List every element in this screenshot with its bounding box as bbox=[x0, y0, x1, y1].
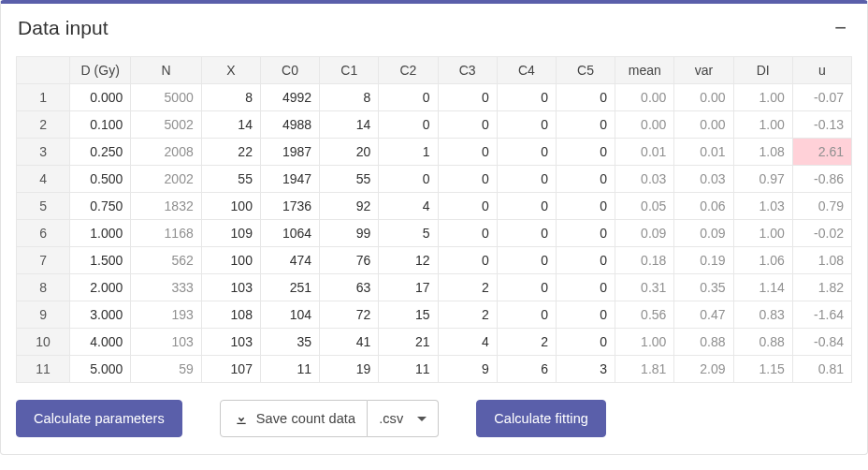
table-cell[interactable]: 1987 bbox=[260, 139, 319, 166]
table-cell[interactable]: 0 bbox=[438, 166, 497, 193]
table-cell[interactable]: 1.000 bbox=[70, 220, 131, 247]
table-cell[interactable]: 99 bbox=[320, 220, 379, 247]
table-cell[interactable]: 0 bbox=[556, 139, 615, 166]
table-cell[interactable]: 0.000 bbox=[70, 84, 131, 111]
table-cell[interactable]: 0.31 bbox=[615, 274, 674, 301]
table-cell[interactable]: 0 bbox=[556, 220, 615, 247]
table-cell[interactable]: 92 bbox=[320, 193, 379, 220]
table-cell[interactable]: 8 bbox=[201, 84, 260, 111]
table-cell[interactable]: 8 bbox=[320, 84, 379, 111]
table-cell[interactable]: 0.19 bbox=[674, 247, 733, 274]
table-cell[interactable]: 109 bbox=[201, 220, 260, 247]
table-cell[interactable]: 0 bbox=[556, 193, 615, 220]
table-cell[interactable]: 251 bbox=[260, 274, 319, 301]
table-cell[interactable]: 0 bbox=[497, 220, 556, 247]
table-cell[interactable]: 0 bbox=[497, 84, 556, 111]
table-cell[interactable]: 0 bbox=[497, 166, 556, 193]
table-cell[interactable]: 55 bbox=[201, 166, 260, 193]
table-cell[interactable]: 59 bbox=[131, 356, 201, 383]
table-cell[interactable]: 0 bbox=[556, 247, 615, 274]
table-cell[interactable]: 0 bbox=[556, 111, 615, 139]
table-cell[interactable]: 1.500 bbox=[70, 247, 131, 274]
table-cell[interactable]: 0 bbox=[497, 274, 556, 301]
table-cell[interactable]: 14 bbox=[201, 111, 260, 139]
collapse-icon[interactable]: − bbox=[831, 18, 850, 38]
table-cell[interactable]: 2.000 bbox=[70, 274, 131, 301]
table-cell[interactable]: 1.15 bbox=[733, 356, 792, 383]
table-cell[interactable]: -0.13 bbox=[792, 111, 851, 139]
table-cell[interactable]: 0.100 bbox=[70, 111, 131, 139]
table-cell[interactable]: 15 bbox=[379, 301, 438, 329]
table-cell[interactable]: 100 bbox=[201, 247, 260, 274]
table-cell[interactable]: 76 bbox=[320, 247, 379, 274]
table-cell[interactable]: 0.05 bbox=[615, 193, 674, 220]
table-cell[interactable]: 108 bbox=[201, 301, 260, 329]
table-cell[interactable]: -1.64 bbox=[792, 301, 851, 329]
table-cell[interactable]: 5.000 bbox=[70, 356, 131, 383]
table-cell[interactable]: 103 bbox=[131, 329, 201, 356]
table-cell[interactable]: 0 bbox=[556, 274, 615, 301]
table-cell[interactable]: 0.83 bbox=[733, 301, 792, 329]
table-cell[interactable]: 1736 bbox=[260, 193, 319, 220]
table-cell[interactable]: 9 bbox=[438, 356, 497, 383]
table-cell[interactable]: 4988 bbox=[260, 111, 319, 139]
table-cell[interactable]: 0 bbox=[556, 329, 615, 356]
table-cell[interactable]: 11 bbox=[260, 356, 319, 383]
save-count-data-button[interactable]: Save count data bbox=[220, 400, 368, 437]
table-cell[interactable]: 0 bbox=[438, 193, 497, 220]
table-cell[interactable]: 2002 bbox=[131, 166, 201, 193]
table-cell[interactable]: 0.00 bbox=[615, 111, 674, 139]
table-cell[interactable]: 2008 bbox=[131, 139, 201, 166]
table-cell[interactable]: 55 bbox=[320, 166, 379, 193]
table-cell[interactable]: 21 bbox=[379, 329, 438, 356]
table-cell[interactable]: 0.35 bbox=[674, 274, 733, 301]
table-cell[interactable]: 2.09 bbox=[674, 356, 733, 383]
table-cell[interactable]: 0 bbox=[497, 193, 556, 220]
table-cell[interactable]: 11 bbox=[379, 356, 438, 383]
table-cell[interactable]: 20 bbox=[320, 139, 379, 166]
table-cell[interactable]: 3.000 bbox=[70, 301, 131, 329]
table-cell[interactable]: 1.00 bbox=[733, 220, 792, 247]
table-cell[interactable]: 103 bbox=[201, 329, 260, 356]
table-cell[interactable]: 0 bbox=[556, 166, 615, 193]
table-cell[interactable]: 0 bbox=[438, 111, 497, 139]
table-cell[interactable]: 0.81 bbox=[792, 356, 851, 383]
table-cell[interactable]: 0 bbox=[497, 301, 556, 329]
table-cell[interactable]: 22 bbox=[201, 139, 260, 166]
table-cell[interactable]: 1832 bbox=[131, 193, 201, 220]
table-cell[interactable]: 1168 bbox=[131, 220, 201, 247]
table-cell[interactable]: 2 bbox=[497, 329, 556, 356]
table-cell[interactable]: 0.03 bbox=[674, 166, 733, 193]
table-cell[interactable]: 100 bbox=[201, 193, 260, 220]
table-cell[interactable]: 0.00 bbox=[674, 84, 733, 111]
table-cell[interactable]: 0 bbox=[379, 166, 438, 193]
table-cell[interactable]: 1.82 bbox=[792, 274, 851, 301]
table-cell[interactable]: 107 bbox=[201, 356, 260, 383]
table-cell[interactable]: 0 bbox=[556, 84, 615, 111]
table-cell[interactable]: 0.88 bbox=[733, 329, 792, 356]
table-cell[interactable]: 0 bbox=[379, 111, 438, 139]
table-cell[interactable]: 2 bbox=[438, 301, 497, 329]
table-cell[interactable]: 5002 bbox=[131, 111, 201, 139]
table-cell[interactable]: 0.06 bbox=[674, 193, 733, 220]
table-cell[interactable]: 1.03 bbox=[733, 193, 792, 220]
table-cell[interactable]: 5 bbox=[379, 220, 438, 247]
table-cell[interactable]: 0.88 bbox=[674, 329, 733, 356]
table-cell[interactable]: 1064 bbox=[260, 220, 319, 247]
table-cell[interactable]: 0 bbox=[497, 247, 556, 274]
table-cell[interactable]: 0 bbox=[556, 301, 615, 329]
table-cell[interactable]: 63 bbox=[320, 274, 379, 301]
table-cell[interactable]: 0.250 bbox=[70, 139, 131, 166]
table-cell[interactable]: 1.00 bbox=[733, 111, 792, 139]
table-cell[interactable]: 35 bbox=[260, 329, 319, 356]
table-cell[interactable]: 0 bbox=[438, 139, 497, 166]
table-cell[interactable]: 0 bbox=[379, 84, 438, 111]
table-cell[interactable]: 1.14 bbox=[733, 274, 792, 301]
table-cell[interactable]: 0 bbox=[438, 247, 497, 274]
table-cell[interactable]: 19 bbox=[320, 356, 379, 383]
table-cell[interactable]: 5000 bbox=[131, 84, 201, 111]
table-cell[interactable]: 0.01 bbox=[674, 139, 733, 166]
table-cell[interactable]: 0 bbox=[438, 220, 497, 247]
table-cell[interactable]: 4.000 bbox=[70, 329, 131, 356]
table-cell[interactable]: 14 bbox=[320, 111, 379, 139]
